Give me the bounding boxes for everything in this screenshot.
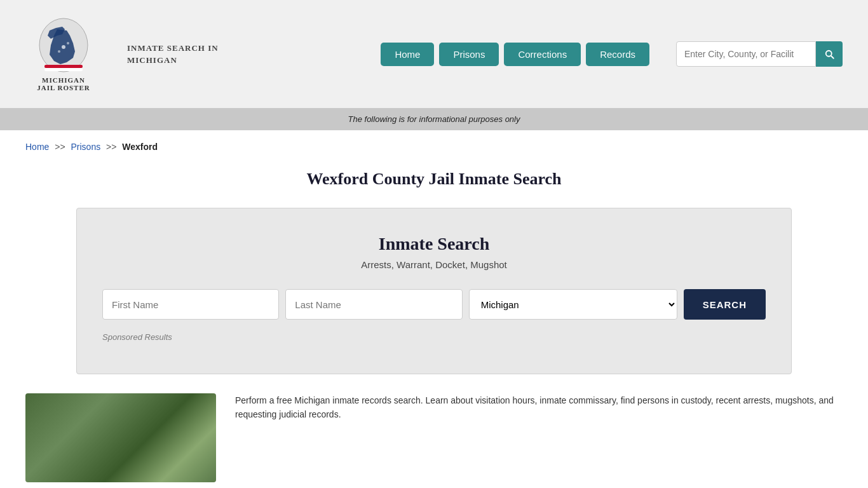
header-search-area	[676, 41, 843, 67]
svg-point-2	[58, 50, 60, 53]
svg-point-3	[67, 42, 69, 44]
search-box-subtitle: Arrests, Warrant, Docket, Mugshot	[102, 259, 766, 270]
state-select[interactable]: MichiganAlabamaAlaskaArizonaArkansasCali…	[469, 289, 677, 320]
first-name-input[interactable]	[102, 289, 279, 320]
nav-records-button[interactable]: Records	[586, 43, 649, 66]
inmate-search-container: Inmate Search Arrests, Warrant, Docket, …	[76, 208, 792, 374]
search-box-title: Inmate Search	[102, 234, 766, 254]
breadcrumb-current: Wexford	[122, 142, 158, 152]
nav-home-button[interactable]: Home	[381, 43, 434, 66]
header-search-input[interactable]	[676, 41, 816, 67]
info-bar-text: The following is for informational purpo…	[348, 114, 520, 124]
bottom-description: Perform a free Michigan inmate records s…	[235, 393, 843, 422]
sponsored-results-label: Sponsored Results	[102, 332, 766, 342]
site-title: INMATE SEARCH IN MICHIGAN	[127, 42, 219, 67]
header-search-button[interactable]	[816, 41, 843, 67]
search-form-row: MichiganAlabamaAlaskaArizonaArkansasCali…	[102, 289, 766, 320]
nav-prisons-button[interactable]: Prisons	[439, 43, 499, 66]
breadcrumb-home-link[interactable]: Home	[25, 142, 49, 152]
last-name-input[interactable]	[285, 289, 462, 320]
logo-text-jail-roster: JAIL ROSTER	[37, 84, 90, 92]
facility-image-inner	[25, 393, 216, 482]
site-header: MICHIGAN JAIL ROSTER INMATE SEARCH IN MI…	[0, 0, 868, 108]
search-icon	[824, 48, 835, 60]
svg-rect-5	[44, 68, 83, 71]
info-bar: The following is for informational purpo…	[0, 108, 868, 130]
svg-point-1	[62, 45, 65, 49]
breadcrumb-prisons-link[interactable]: Prisons	[71, 142, 101, 152]
logo-text-michigan: MICHIGAN	[42, 76, 85, 84]
svg-rect-4	[44, 65, 83, 68]
search-button[interactable]: SEARCH	[684, 289, 766, 320]
breadcrumb: Home >> Prisons >> Wexford	[0, 130, 868, 157]
bottom-content: Perform a free Michigan inmate records s…	[25, 393, 843, 482]
page-title: Wexford County Jail Inmate Search	[25, 170, 843, 189]
facility-image	[25, 393, 216, 482]
logo-area: MICHIGAN JAIL ROSTER	[25, 17, 102, 92]
breadcrumb-sep1: >>	[55, 142, 65, 152]
michigan-logo-icon	[38, 17, 89, 74]
main-nav: Home Prisons Corrections Records	[381, 43, 649, 66]
breadcrumb-sep2: >>	[106, 142, 116, 152]
nav-corrections-button[interactable]: Corrections	[504, 43, 581, 66]
